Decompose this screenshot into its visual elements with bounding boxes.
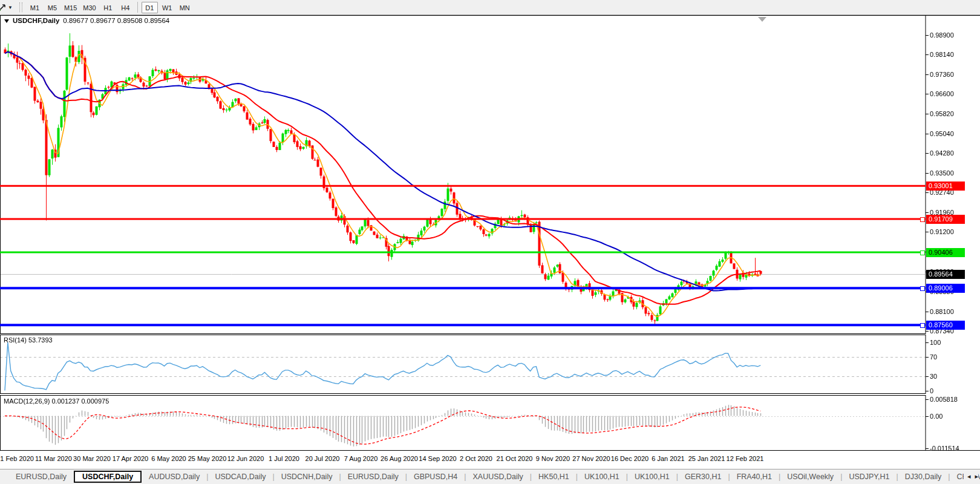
- hline-handle[interactable]: [920, 286, 925, 291]
- chart-tab-usdcad-daily[interactable]: USDCAD,Daily: [209, 471, 272, 482]
- scroll-end-marker-icon[interactable]: [758, 17, 766, 22]
- chart-tab-xauusd-daily[interactable]: XAUUSD,Daily: [466, 471, 529, 482]
- axis-tick-mark: [926, 212, 929, 213]
- macd-tick-label: 0.00: [930, 412, 942, 420]
- chart-title: USDCHF,Daily 0.89677 0.89677 0.89508 0.8…: [4, 17, 169, 24]
- axis-tick-mark: [926, 357, 929, 358]
- price-tick-label: 0.93500: [930, 169, 954, 177]
- rsi-tick-label: 0: [930, 387, 933, 395]
- price-tick-label: 0.97360: [930, 70, 954, 79]
- macd-tick-label: -0.011514: [930, 444, 959, 453]
- main-chart-pane[interactable]: [0, 16, 926, 333]
- axis-tick-mark: [926, 391, 929, 391]
- chart-tab-fra40-h1[interactable]: FRA40,H1: [731, 471, 778, 482]
- price-tick-label: 0.98140: [930, 50, 954, 59]
- axis-tick-mark: [926, 376, 929, 377]
- axis-tick-mark: [926, 153, 929, 154]
- tab-scroll-right-button[interactable]: ▸: [975, 473, 978, 480]
- chart-tab-usdchf-daily[interactable]: USDCHF,Daily: [74, 471, 142, 483]
- axis-tick-mark: [926, 342, 929, 343]
- hline-price-badge: 0.89006: [926, 284, 965, 293]
- current-price-badge: 0.89564: [926, 270, 965, 279]
- hline-price-badge: 0.87560: [926, 321, 965, 330]
- chart-tab-ger30-h1[interactable]: GER30,H1: [679, 471, 727, 482]
- axis-tick-mark: [926, 173, 929, 174]
- hline-handle[interactable]: [920, 323, 925, 328]
- chart-symbol-label: USDCHF,Daily: [13, 17, 59, 24]
- rsi-pane[interactable]: [0, 335, 926, 394]
- rsi-tick-label: 100: [930, 338, 941, 347]
- hline-price-badge: 0.91709: [926, 215, 965, 224]
- price-tick-label: 0.88100: [930, 307, 954, 316]
- hline-price-badge: 0.93001: [926, 182, 965, 191]
- chart-tab-eurusd-daily[interactable]: EURUSD,Daily: [342, 471, 405, 482]
- collapse-triangle-icon[interactable]: [4, 19, 9, 23]
- hline-handle[interactable]: [920, 217, 925, 222]
- price-tick-label: 0.95040: [930, 129, 954, 138]
- hline-handle[interactable]: [920, 250, 925, 255]
- tab-scroll-left-button[interactable]: ◂: [967, 473, 971, 480]
- macd-pane[interactable]: [0, 396, 926, 450]
- chart-tab-bar: EURUSD,DailyUSDCHF,DailyAUDUSD,Daily|USD…: [0, 469, 980, 484]
- rsi-tick-label: 70: [930, 353, 937, 361]
- chart-tab-usdjpy-h1[interactable]: USDJPY,H1: [843, 471, 895, 482]
- axis-tick-mark: [926, 74, 929, 75]
- axis-tick-mark: [926, 35, 929, 36]
- tab-scroll-arrows: ◂ ▸: [964, 469, 978, 483]
- chart-tab-usdcnh-daily[interactable]: USDCNH,Daily: [275, 471, 339, 482]
- chart-tab-uk100-h1[interactable]: UK100,H1: [629, 471, 676, 482]
- macd-indicator-label: MACD(12,26,9) 0.001237 0.000975: [4, 397, 109, 405]
- axis-tick-mark: [926, 416, 929, 417]
- chart-tab-dj30-daily[interactable]: DJ30,Daily: [899, 471, 947, 482]
- price-tick-label: 0.94280: [930, 149, 954, 157]
- axis-tick-mark: [926, 134, 929, 134]
- rsi-indicator-label: RSI(14) 53.7393: [4, 336, 53, 344]
- chart-ohlc-quote: 0.89677 0.89677 0.89508 0.89564: [63, 17, 169, 24]
- date-tick-label: 12 Feb 2021: [718, 455, 773, 462]
- macd-tick-label: 0.005818: [930, 395, 958, 404]
- price-tick-label: 0.96600: [930, 90, 954, 98]
- axis-tick-mark: [926, 232, 929, 232]
- price-tick-label: 0.98900: [930, 31, 954, 39]
- axis-tick-mark: [926, 114, 929, 114]
- chart-tab-gbpusd-h4[interactable]: GBPUSD,H4: [408, 471, 463, 482]
- price-tick-label: 0.91200: [930, 227, 954, 236]
- chart-tab-audusd-daily[interactable]: AUDUSD,Daily: [143, 471, 206, 482]
- axis-tick-mark: [926, 312, 929, 312]
- axis-tick-mark: [926, 399, 929, 400]
- hline-price-badge: 0.90406: [926, 248, 965, 257]
- chart-tab-hk50-h1[interactable]: HK50,H1: [532, 471, 575, 482]
- axis-tick-mark: [926, 331, 929, 332]
- trading-app-window: ▼ M1M5M15M30H1H4D1W1MN USDCHF,Daily 0.89…: [0, 0, 980, 484]
- chart-tab-uk100-h1[interactable]: UK100,H1: [578, 471, 626, 482]
- chart-tab-usoil-weekly[interactable]: USOil,Weekly: [781, 471, 840, 482]
- axis-tick-mark: [926, 54, 929, 55]
- axis-tick-mark: [926, 94, 929, 94]
- rsi-tick-label: 30: [930, 372, 937, 381]
- chart-tab-eurusd-daily[interactable]: EURUSD,Daily: [10, 471, 73, 482]
- axis-tick-mark: [926, 192, 929, 193]
- price-tick-label: 0.95820: [930, 110, 954, 118]
- axis-tick-mark: [926, 448, 929, 449]
